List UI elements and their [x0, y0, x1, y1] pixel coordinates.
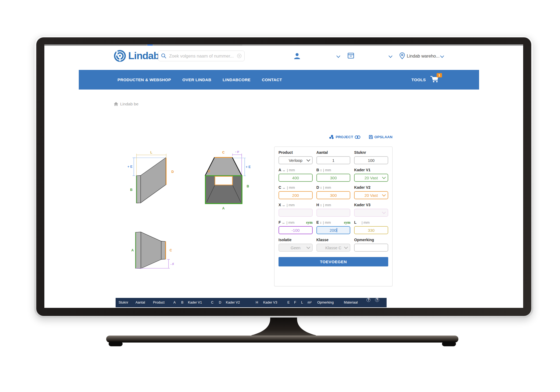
monitor-stand-neck: [251, 318, 316, 336]
col-a[interactable]: A: [173, 298, 176, 307]
cart-button[interactable]: 1: [430, 76, 439, 84]
col-b[interactable]: B: [181, 298, 183, 307]
monitor-stand-base: [106, 336, 458, 343]
col-d[interactable]: D: [219, 298, 221, 307]
project-icon: [329, 135, 334, 139]
c-input[interactable]: 200: [279, 191, 313, 199]
link-toggle-icon: [355, 135, 361, 139]
aantal-input[interactable]: 1: [316, 156, 351, 164]
isolatie-select: Geen: [279, 244, 313, 252]
klasse-select: Klasse C: [316, 244, 351, 252]
kader-v1-select[interactable]: 20 Vast: [354, 174, 388, 182]
project-label: PROJECT: [336, 135, 353, 139]
nav-tools[interactable]: TOOLS: [412, 77, 426, 82]
field-d: D↕| mm 300: [316, 185, 351, 199]
stuknr-label: Stuknr: [354, 150, 366, 155]
chevron-down-icon: [382, 210, 386, 214]
toevoegen-button[interactable]: TOEVOEGEN: [279, 257, 388, 266]
project-link[interactable]: PROJECT: [329, 135, 360, 139]
warehouse-selector[interactable]: Lindab wareho...: [407, 54, 440, 59]
svg-text:D: D: [208, 169, 210, 173]
opmerking-input[interactable]: [354, 244, 388, 252]
help-icon[interactable]: ?: [366, 298, 370, 302]
breadcrumb-label[interactable]: Lindab be: [120, 102, 138, 106]
chevron-down-icon: [382, 175, 386, 179]
svg-text:C: C: [170, 248, 172, 252]
col-c[interactable]: C: [211, 298, 213, 307]
col-materiaal[interactable]: Materiaal: [344, 298, 358, 307]
chevron-down-icon[interactable]: [440, 55, 444, 58]
lindab-logo-icon: [114, 50, 126, 62]
main-nav: PRODUCTEN & WEBSHOP OVER LINDAB LINDABCO…: [79, 70, 479, 90]
product-label: Product: [279, 150, 293, 155]
col-e[interactable]: E: [287, 298, 290, 307]
col-opmerking[interactable]: Opmerking: [317, 298, 334, 307]
col-kader-v3[interactable]: Kader V3: [263, 298, 277, 307]
col-h[interactable]: H: [256, 298, 258, 307]
field-a: A↔| mm 400: [279, 168, 313, 182]
svg-text:B: B: [247, 184, 249, 188]
chevron-down-icon[interactable]: [388, 55, 393, 58]
product-select[interactable]: Verloop: [279, 156, 313, 164]
archive-box-icon[interactable]: [347, 52, 355, 59]
svg-text:+ E: + E: [127, 165, 133, 169]
field-kader-v1: Kader V1 20 Vast: [354, 168, 388, 182]
e-input[interactable]: 200: [316, 226, 351, 234]
field-isolatie: Isolatie Geen: [279, 238, 313, 252]
f-input[interactable]: -100: [279, 226, 313, 234]
location-pin-icon[interactable]: [399, 52, 406, 60]
logo-text: Lindab: [128, 50, 159, 62]
chevron-down-icon: [306, 158, 310, 162]
field-f: F↔| mmsym -100: [279, 220, 313, 234]
nav-producten-webshop[interactable]: PRODUCTEN & WEBSHOP: [117, 77, 171, 82]
col-product[interactable]: Product: [153, 298, 165, 307]
chevron-down-icon[interactable]: [336, 55, 340, 58]
home-icon[interactable]: [114, 102, 118, 106]
col-stuknr[interactable]: Stuknr: [119, 298, 128, 307]
site-header: Lindab: [44, 46, 523, 70]
save-link[interactable]: OPSLAAN: [369, 135, 393, 139]
sym-flag: sym: [344, 220, 350, 225]
col-m2[interactable]: m²: [308, 298, 312, 307]
col-kader-v1[interactable]: Kader V1: [188, 298, 202, 307]
kader-v3-select: [354, 209, 388, 217]
results-table-header: Stuknr Aantal Product A B Kader V1 C D K…: [116, 298, 387, 307]
field-c: C↔| mm 200: [279, 185, 313, 199]
d-input[interactable]: 300: [316, 191, 351, 199]
nav-contact[interactable]: CONTACT: [262, 77, 282, 82]
monitor-bezel: Lindab: [36, 37, 531, 316]
panel-actions: PROJECT OPSLAAN: [274, 135, 393, 139]
b-input[interactable]: 300: [316, 174, 351, 182]
search-input[interactable]: [169, 53, 235, 59]
front-view-diagram: C - F + E D B A: [204, 151, 251, 211]
save-label: OPSLAAN: [374, 135, 393, 139]
col-f[interactable]: F: [294, 298, 296, 307]
col-l[interactable]: L: [301, 298, 303, 307]
user-icon[interactable]: [294, 53, 300, 60]
nav-over-lindab[interactable]: OVER LINDAB: [182, 77, 211, 82]
svg-text:- F: - F: [235, 151, 239, 154]
field-stuknr: Stuknr 100: [354, 150, 388, 164]
side-view-diagram: L + E D B: [127, 151, 176, 208]
field-h: H↕| mm: [316, 203, 351, 217]
col-kader-v2[interactable]: Kader V2: [226, 298, 240, 307]
nav-lindabcore[interactable]: LINDABCORE: [223, 77, 251, 82]
lindab-logo[interactable]: Lindab: [114, 50, 159, 62]
a-input[interactable]: 400: [279, 174, 313, 182]
col-aantal[interactable]: Aantal: [135, 298, 145, 307]
kader-v2-select[interactable]: 20 Vast: [354, 191, 388, 199]
svg-text:- F: - F: [170, 262, 174, 266]
search-box[interactable]: [158, 51, 245, 61]
field-e: E↕| mmsym 200: [316, 220, 351, 234]
clear-search-icon[interactable]: [237, 54, 242, 58]
page: { "header": { "logo_text": "Lindab", "se…: [0, 0, 560, 392]
l-input[interactable]: 330: [354, 226, 388, 234]
x-input: [279, 209, 313, 217]
help-icon[interactable]: ?: [375, 298, 379, 302]
svg-text:A: A: [222, 206, 225, 210]
sym-flag: sym: [306, 220, 313, 225]
chevron-down-icon: [382, 193, 386, 197]
monitor-foot: [442, 341, 456, 346]
stuknr-input[interactable]: 100: [354, 156, 388, 164]
top-view-diagram: A C - F: [130, 231, 174, 269]
